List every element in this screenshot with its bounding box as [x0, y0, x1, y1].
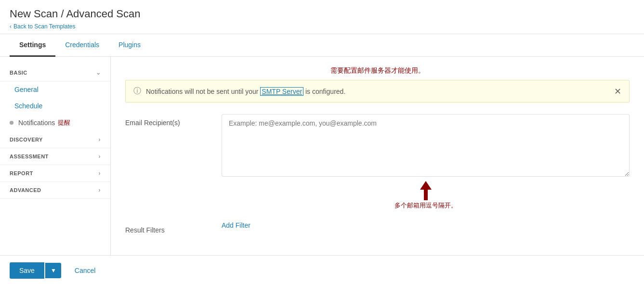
chevron-right-icon-discovery: ›	[99, 136, 101, 143]
sidebar-section-discovery: DISCOVERY ›	[0, 131, 110, 148]
sidebar-section-header-assessment[interactable]: ASSESSMENT ›	[0, 148, 110, 165]
annotation-smtp-top: 需要配置邮件服务器才能使用。	[125, 66, 630, 75]
sidebar-section-report: REPORT ›	[0, 165, 110, 182]
save-button[interactable]: Save	[10, 262, 44, 279]
email-recipients-input[interactable]	[222, 114, 630, 177]
svg-marker-0	[420, 181, 432, 200]
email-annotation-group: 多个邮箱用逗号隔开。	[222, 181, 630, 210]
email-recipients-label: Email Recipient(s)	[125, 114, 222, 127]
cancel-button[interactable]: Cancel	[67, 262, 104, 279]
main-content: BASIC ⌄ General Schedule Notifications 提…	[0, 57, 644, 255]
sidebar-section-header-report[interactable]: REPORT ›	[0, 165, 110, 182]
sidebar-section-header-basic[interactable]: BASIC ⌄	[0, 65, 110, 81]
tabs-bar: Settings Credentials Plugins	[0, 34, 644, 57]
content-panel: 需要配置邮件服务器才能使用。 ⓘ Notifications will not …	[111, 57, 644, 255]
result-filters-label: Result Filters	[125, 221, 222, 234]
sidebar: BASIC ⌄ General Schedule Notifications 提…	[0, 57, 111, 255]
alert-info-icon: ⓘ	[133, 86, 141, 96]
sidebar-item-general[interactable]: General	[0, 81, 110, 98]
notifications-annotation: 提醒	[58, 118, 70, 127]
sidebar-item-notifications[interactable]: Notifications 提醒	[0, 114, 110, 131]
add-filter-button[interactable]: Add Filter	[222, 221, 250, 229]
back-to-templates-link[interactable]: ‹ Back to Scan Templates	[10, 23, 76, 30]
sidebar-section-assessment: ASSESSMENT ›	[0, 148, 110, 165]
page-footer: Save ▼ Cancel	[0, 255, 644, 284]
page-header: New Scan / Advanced Scan ‹ Back to Scan …	[0, 0, 644, 34]
chevron-right-icon-report: ›	[99, 170, 101, 177]
alert-banner-text: ⓘ Notifications will not be sent until y…	[133, 86, 345, 96]
chevron-down-icon-save: ▼	[51, 267, 56, 274]
back-arrow-icon: ‹	[10, 23, 12, 30]
sidebar-item-schedule[interactable]: Schedule	[0, 98, 110, 114]
notifications-dot	[10, 121, 13, 125]
chevron-right-icon-advanced: ›	[99, 187, 101, 194]
tab-credentials[interactable]: Credentials	[55, 34, 109, 57]
smtp-server-link[interactable]: SMTP Server	[260, 87, 303, 96]
sidebar-section-header-discovery[interactable]: DISCOVERY ›	[0, 131, 110, 148]
sidebar-section-header-advanced[interactable]: ADVANCED ›	[0, 182, 110, 199]
alert-close-button[interactable]: ✕	[614, 87, 621, 96]
chevron-down-icon: ⌄	[96, 69, 101, 76]
page-wrapper: New Scan / Advanced Scan ‹ Back to Scan …	[0, 0, 644, 284]
email-input-area: 多个邮箱用逗号隔开。	[222, 114, 630, 210]
result-filters-input-area: Add Filter	[222, 221, 630, 229]
arrow-up-icon	[420, 181, 432, 200]
email-annotation-text: 多个邮箱用逗号隔开。	[394, 201, 457, 210]
email-recipients-row: Email Recipient(s) 多个邮箱用逗号隔开。	[125, 114, 630, 210]
sidebar-section-basic: BASIC ⌄ General Schedule Notifications 提…	[0, 65, 110, 131]
tab-settings[interactable]: Settings	[10, 34, 55, 57]
result-filters-row: Result Filters Add Filter	[125, 221, 630, 234]
alert-banner: ⓘ Notifications will not be sent until y…	[125, 80, 630, 103]
page-title: New Scan / Advanced Scan	[10, 8, 634, 20]
chevron-right-icon-assessment: ›	[99, 153, 101, 160]
save-dropdown-button[interactable]: ▼	[45, 263, 61, 278]
sidebar-section-advanced: ADVANCED ›	[0, 182, 110, 199]
tab-plugins[interactable]: Plugins	[109, 34, 150, 57]
